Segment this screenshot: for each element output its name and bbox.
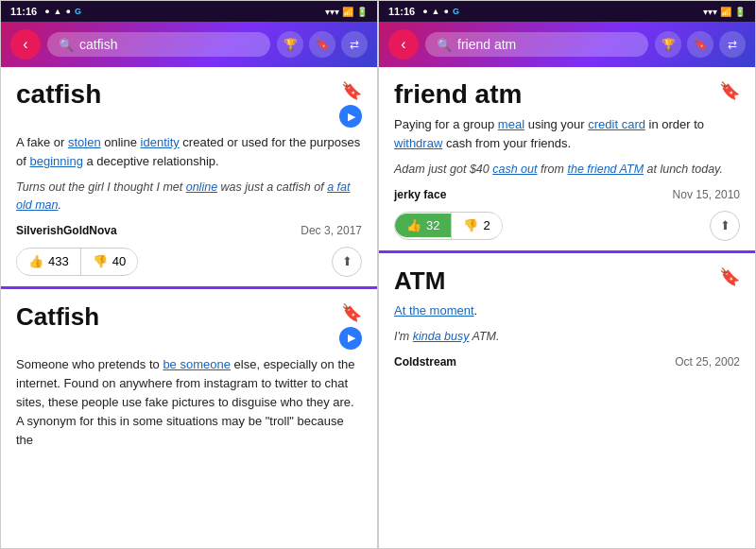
def-text-2-left: Someone who pretends to be someone else,… [16, 355, 362, 451]
content-left: catfish 🔖 ▶ A fake or stolen online iden… [1, 67, 377, 548]
link-be-someone[interactable]: be someone [163, 357, 231, 371]
bookmark-button-left[interactable]: 🔖 [309, 31, 335, 58]
search-query-right: friend atm [457, 37, 516, 52]
status-icons-left: ▾▾▾ 📶 🔋 [325, 7, 368, 17]
def-action-icons-2-right: 🔖 [719, 266, 740, 287]
def-word-2-right: ATM [394, 266, 445, 296]
downvote-count-1-right: 2 [483, 218, 490, 232]
status-time-left: 11:16 ● ▲ ● G [10, 6, 81, 17]
def-word-1-left: catfish [16, 80, 101, 110]
def-header-1-right: friend atm 🔖 [394, 80, 740, 110]
bookmark-icon-1-right[interactable]: 🔖 [719, 80, 740, 101]
upvote-1-left[interactable]: 👍 433 [17, 249, 80, 273]
share-button-left[interactable]: ⇄ [341, 31, 368, 58]
def-author-1-left: SilverishGoldNova [16, 224, 117, 237]
vote-row-1-right: 👍 32 👎 2 ⬆ [394, 211, 740, 241]
trophy-button-right[interactable]: 🏆 [655, 31, 681, 58]
vote-row-1-left: 👍 433 👎 40 ⬆ [16, 247, 362, 277]
search-query-left: catfish [79, 37, 117, 52]
status-time-right: 11:16 ● ▲ ● G [388, 6, 459, 17]
vote-button-1-right[interactable]: 👍 32 👎 2 [394, 212, 503, 240]
downvote-1-left[interactable]: 👎 40 [81, 249, 137, 273]
definition-card-2-left: Catfish 🔖 ▶ Someone who pretends to be s… [1, 289, 377, 468]
link-stolen[interactable]: stolen [68, 135, 101, 149]
def-meta-2-right: Coldstream Oct 25, 2002 [394, 355, 740, 369]
def-action-icons-1-right: 🔖 [719, 80, 740, 101]
search-input-left[interactable]: 🔍 catfish [47, 32, 270, 57]
back-button-right[interactable]: ‹ [388, 29, 419, 60]
definition-card-1-right: friend atm 🔖 Paying for a group meal usi… [379, 67, 755, 253]
def-header-1-left: catfish 🔖 ▶ [16, 80, 362, 128]
link-withdraw[interactable]: withdraw [394, 136, 442, 150]
toolbar-left: 🏆 🔖 ⇄ [277, 31, 368, 58]
upvote-count-1-left: 433 [48, 254, 69, 268]
bookmark-icon-2-right[interactable]: 🔖 [719, 266, 740, 287]
search-icon-right: 🔍 [437, 38, 452, 52]
search-bar-left: ‹ 🔍 catfish 🏆 🔖 ⇄ [1, 22, 377, 67]
search-input-right[interactable]: 🔍 friend atm [425, 32, 648, 57]
downvote-1-right[interactable]: 👎 2 [452, 214, 501, 237]
trophy-button-left[interactable]: 🏆 [277, 31, 303, 58]
link-meal[interactable]: meal [498, 117, 524, 131]
play-button-1-left[interactable]: ▶ [339, 105, 362, 128]
def-action-icons-1-left: 🔖 ▶ [339, 80, 362, 128]
share-button-right[interactable]: ⇄ [719, 31, 746, 58]
left-phone: 11:16 ● ▲ ● G ▾▾▾ 📶 🔋 ‹ 🔍 catfish 🏆 🔖 [0, 0, 378, 549]
bookmark-icon-1-left[interactable]: 🔖 [341, 80, 362, 101]
def-text-2-right: At the moment. [394, 301, 740, 320]
def-date-1-left: Dec 3, 2017 [301, 224, 362, 237]
link-the-friend-atm[interactable]: the friend ATM [567, 163, 644, 176]
link-identity[interactable]: identity [141, 135, 180, 149]
link-credit-card[interactable]: credit card [588, 117, 645, 131]
toolbar-right: 🏆 🔖 ⇄ [655, 31, 746, 58]
def-header-2-right: ATM 🔖 [394, 266, 740, 296]
right-phone: 11:16 ● ▲ ● G ▾▾▾ 📶 🔋 ‹ 🔍 friend atm 🏆 🔖 [378, 0, 756, 549]
search-bar-right: ‹ 🔍 friend atm 🏆 🔖 ⇄ [379, 22, 755, 67]
def-example-1-right: Adam just got $40 cash out from the frie… [394, 161, 740, 179]
def-word-1-right: friend atm [394, 80, 522, 110]
upvote-count-1-right: 32 [426, 218, 439, 232]
def-author-1-right: jerky face [394, 188, 446, 201]
definition-card-1-left: catfish 🔖 ▶ A fake or stolen online iden… [1, 67, 377, 289]
def-word-2-left: Catfish [16, 302, 99, 332]
status-bar-left: 11:16 ● ▲ ● G ▾▾▾ 📶 🔋 [1, 1, 377, 22]
def-action-icons-2-left: 🔖 ▶ [339, 302, 362, 350]
def-example-1-left: Turns out the girl I thought I met onlin… [16, 179, 362, 214]
bookmark-icon-2-left[interactable]: 🔖 [341, 302, 362, 323]
status-icons-right: ▾▾▾ 📶 🔋 [703, 7, 746, 17]
share-def-1-left[interactable]: ⬆ [332, 247, 362, 277]
def-example-2-right: I'm kinda busy ATM. [394, 328, 740, 346]
link-online[interactable]: online [186, 180, 217, 194]
bookmark-button-right[interactable]: 🔖 [687, 31, 713, 58]
def-text-1-left: A fake or stolen online identity created… [16, 133, 362, 171]
downvote-count-1-left: 40 [112, 254, 126, 268]
link-a-fat-old-man[interactable]: a fat old man [16, 180, 350, 212]
link-kinda-busy[interactable]: kinda busy [413, 330, 470, 343]
back-button-left[interactable]: ‹ [10, 29, 41, 60]
link-beginning[interactable]: beginning [29, 154, 82, 168]
def-date-2-right: Oct 25, 2002 [675, 355, 740, 369]
def-meta-1-left: SilverishGoldNova Dec 3, 2017 [16, 224, 362, 237]
vote-button-1-left[interactable]: 👍 433 👎 40 [16, 248, 138, 276]
play-button-2-left[interactable]: ▶ [339, 327, 362, 350]
def-date-1-right: Nov 15, 2010 [673, 188, 740, 201]
upvote-1-right[interactable]: 👍 32 [395, 214, 451, 237]
definition-card-2-right: ATM 🔖 At the moment. I'm kinda busy ATM.… [379, 253, 755, 387]
search-icon-left: 🔍 [59, 38, 74, 52]
status-bar-right: 11:16 ● ▲ ● G ▾▾▾ 📶 🔋 [379, 1, 755, 22]
def-meta-1-right: jerky face Nov 15, 2010 [394, 188, 740, 201]
share-def-1-right[interactable]: ⬆ [710, 211, 740, 241]
def-header-2-left: Catfish 🔖 ▶ [16, 302, 362, 350]
content-right: friend atm 🔖 Paying for a group meal usi… [379, 67, 755, 548]
def-author-2-right: Coldstream [394, 355, 456, 369]
def-text-1-right: Paying for a group meal using your credi… [394, 115, 740, 153]
link-at-the-moment[interactable]: At the moment [394, 303, 474, 317]
link-cash-out[interactable]: cash out [492, 163, 537, 176]
